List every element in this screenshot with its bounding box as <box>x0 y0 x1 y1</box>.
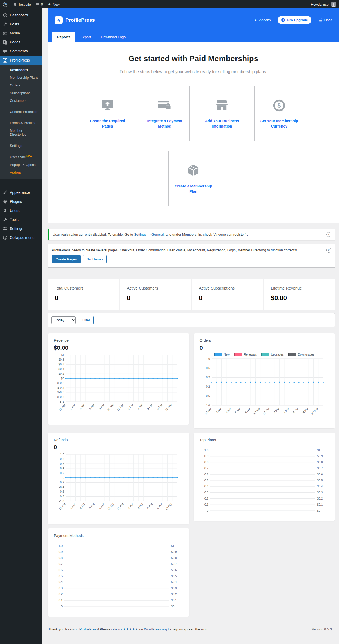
svg-text:4 AM: 4 AM <box>79 503 86 510</box>
collapse-menu-button[interactable]: Collapse menu <box>0 233 42 242</box>
wp-logo-menu[interactable]: W <box>3 2 8 7</box>
submenu-item-subscriptions[interactable]: Subscriptions <box>0 89 42 97</box>
new-content-menu[interactable]: ＋ New <box>48 2 60 7</box>
wordpress-org-link[interactable]: WordPress.org <box>144 627 167 631</box>
sidebar-item-profilepress[interactable]: ProfilePress <box>0 56 42 65</box>
no-thanks-button[interactable]: No Thanks <box>83 255 107 263</box>
sidebar-item-appearance[interactable]: Appearance <box>0 188 42 197</box>
svg-text:10 PM: 10 PM <box>310 407 319 415</box>
submenu-item-settings[interactable]: Settings <box>0 142 42 150</box>
svg-text:$0.4: $0.4 <box>59 367 64 370</box>
tab-reports[interactable]: Reports <box>52 32 75 42</box>
svg-text:$-1: $-1 <box>60 400 64 403</box>
step-create-pages[interactable]: Create the Required Pages <box>83 86 132 141</box>
stat-total-customers: Total Customers 0 <box>48 279 119 310</box>
submenu-item-content-protection[interactable]: Content Protection <box>0 108 42 116</box>
site-name: Test site <box>18 2 31 6</box>
submenu-item-member-directories[interactable]: Member Directories <box>0 127 42 138</box>
dollar-circle-icon: $ <box>271 98 287 113</box>
sidebar-item-pages[interactable]: Pages <box>0 38 42 47</box>
chart-total: 0 <box>200 344 329 351</box>
submenu-item-orders[interactable]: Orders <box>0 81 42 89</box>
sidebar-item-tools[interactable]: Tools <box>0 215 42 224</box>
filter-button[interactable]: Filter <box>79 316 94 324</box>
page-subtitle: Follow the steps below to get your websi… <box>53 69 334 74</box>
brush-icon <box>3 190 7 195</box>
submenu-separator <box>4 106 39 106</box>
submenu-item-customers[interactable]: Customers <box>0 97 42 104</box>
stat-label: Active Subscriptions <box>199 286 256 290</box>
create-pages-button[interactable]: Create Pages <box>52 255 81 263</box>
sidebar-item-label: Pages <box>10 40 20 44</box>
svg-text:0.6: 0.6 <box>59 568 63 572</box>
step-membership-currency[interactable]: $ Set Your Membership Currency <box>254 86 304 141</box>
submenu-item-forms-profiles[interactable]: Forms & Profiles <box>0 119 42 127</box>
sidebar-item-media[interactable]: Media <box>0 29 42 38</box>
submenu-item-user-sync[interactable]: User SyncNEW <box>0 153 42 161</box>
sidebar-item-comments[interactable]: Comments <box>0 47 42 56</box>
step-membership-plan[interactable]: Create a Membership Plan <box>168 151 218 206</box>
legend-item-downgrades[interactable]: Downgrades <box>288 353 314 356</box>
sidebar-item-settings[interactable]: Settings <box>0 224 42 233</box>
chart-title: Payment Methods <box>54 533 183 538</box>
home-icon <box>13 2 17 6</box>
svg-text:4 PM: 4 PM <box>137 503 144 510</box>
user-icon <box>3 208 7 213</box>
admin-footer: Thank you for using ProfilePress! Please… <box>48 617 335 637</box>
svg-text:12 PM: 12 PM <box>116 403 124 411</box>
svg-text:6 AM: 6 AM <box>234 407 241 414</box>
settings-general-link[interactable]: Settings -> General <box>134 233 164 236</box>
submenu-item-addons[interactable]: Addons <box>0 169 42 176</box>
svg-text:$0.2: $0.2 <box>59 372 64 375</box>
svg-text:12 AM: 12 AM <box>58 403 66 411</box>
brand[interactable]: ProfilePress <box>55 16 95 24</box>
svg-text:2 PM: 2 PM <box>273 407 280 414</box>
get-started-section: Get started with Paid Memberships Follow… <box>48 42 339 223</box>
docs-link[interactable]: Docs <box>318 18 332 23</box>
sliders-icon <box>3 226 7 231</box>
svg-text:0.9: 0.9 <box>204 454 208 458</box>
svg-text:0.6: 0.6 <box>60 462 64 465</box>
brand-name: ProfilePress <box>65 17 95 23</box>
svg-text:8 PM: 8 PM <box>156 403 163 410</box>
profilepress-submenu: Dashboard Membership Plans Orders Subscr… <box>0 65 42 179</box>
new-badge: NEW <box>26 155 32 157</box>
comments-icon <box>3 49 7 54</box>
site-name-link[interactable]: Test site <box>13 2 31 6</box>
dismiss-notice-icon[interactable]: ✕ <box>326 248 331 253</box>
sidebar-item-posts[interactable]: Posts <box>0 20 42 29</box>
comments-indicator[interactable]: 0 <box>36 2 43 6</box>
submenu-item-membership-plans[interactable]: Membership Plans <box>0 74 42 81</box>
sidebar-item-plugins[interactable]: Plugins <box>0 197 42 206</box>
svg-text:$0.8: $0.8 <box>317 461 323 464</box>
svg-text:0.3: 0.3 <box>204 491 208 494</box>
svg-text:$0.5: $0.5 <box>317 479 323 482</box>
period-select[interactable]: Today <box>51 316 76 324</box>
svg-text:0.6: 0.6 <box>206 366 210 370</box>
dismiss-notice-icon[interactable]: ✕ <box>326 232 331 237</box>
step-payment-method[interactable]: Integrate a Payment Method <box>140 86 190 141</box>
svg-text:0.3: 0.3 <box>59 586 63 590</box>
legend-item-renewals[interactable]: Renewals <box>234 353 257 356</box>
profilepress-link[interactable]: ProfilePress <box>79 627 98 631</box>
addons-link[interactable]: ★ Addons <box>254 18 271 22</box>
tab-export[interactable]: Export <box>75 32 96 42</box>
legend-item-upgrades[interactable]: Upgrades <box>261 353 284 356</box>
my-account-menu[interactable]: Howdy, user <box>311 2 336 7</box>
step-business-info[interactable]: Add Your Business Information <box>197 86 247 141</box>
submenu-item-popups-optins[interactable]: Popups & Optins <box>0 161 42 169</box>
rate-us-link[interactable]: rate us ★★★★★ <box>111 627 138 631</box>
top-plans-chart: 1.0$10.9$0.90.8$0.80.7$0.70.6$0.60.5$0.5… <box>200 448 329 516</box>
svg-text:1.0: 1.0 <box>59 544 63 547</box>
legend-item-new[interactable]: New <box>214 353 230 356</box>
legend-swatch <box>214 353 222 356</box>
svg-text:6 AM: 6 AM <box>88 503 95 510</box>
submenu-item-dashboard[interactable]: Dashboard <box>0 66 42 74</box>
sidebar-item-dashboard[interactable]: Dashboard <box>0 11 42 20</box>
pro-upgrade-button[interactable]: i Pro Upgrade <box>278 16 311 24</box>
svg-text:8 AM: 8 AM <box>98 403 105 410</box>
tab-download-logs[interactable]: Download Logs <box>96 32 131 42</box>
sidebar-item-users[interactable]: Users <box>0 206 42 215</box>
chart-total: 0 <box>54 444 183 451</box>
notice-text: ProfilePress needs to create several pag… <box>52 248 323 252</box>
